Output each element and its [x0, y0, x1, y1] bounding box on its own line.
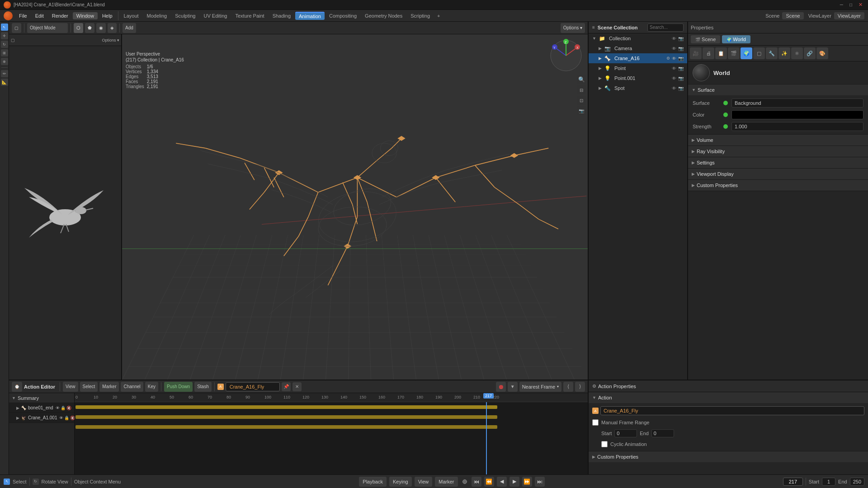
point-vis-icon[interactable]: 👁	[672, 66, 676, 71]
next-frame-btn[interactable]: ⏩	[522, 477, 532, 487]
summary-track[interactable]: ▼ Summary	[9, 393, 74, 403]
outliner-item-collection[interactable]: ▼ 📁 Collection 👁 📷	[589, 33, 687, 43]
render-props-btn[interactable]: 🎥	[690, 47, 702, 59]
keying-btn[interactable]: Keying	[389, 477, 412, 487]
prev-frame-btn[interactable]: ⏪	[484, 477, 494, 487]
crane-render-icon[interactable]: 📷	[678, 56, 684, 61]
add-workspace-btn[interactable]: +	[434, 12, 443, 19]
bone-track[interactable]: ▶ 🦴 bone01_end 👁 🔒 🔇	[9, 403, 74, 413]
record-btn[interactable]: ⏺	[496, 382, 506, 392]
menu-render[interactable]: Render	[48, 12, 72, 19]
outliner-type-icon[interactable]: ≡	[592, 25, 595, 30]
track-lock-icon[interactable]: 🔒	[61, 406, 66, 410]
view-btn[interactable]: View	[415, 477, 433, 487]
marker-menu[interactable]: Marker	[99, 382, 119, 392]
compositing-label[interactable]: Compositing	[326, 12, 360, 19]
nav-gizmo[interactable]: X Y Z	[549, 39, 583, 73]
material-props-btn[interactable]: 🎨	[816, 47, 828, 59]
action-name-display[interactable]: Crane_A16_Fly	[600, 406, 864, 415]
add-btn[interactable]: Add	[123, 23, 136, 33]
zoom-border-btn[interactable]: ⊡	[577, 96, 586, 105]
crane-visible-icon[interactable]: 👁	[59, 416, 63, 420]
goto-end-btn[interactable]: ⏭	[535, 477, 545, 487]
view-menu[interactable]: View	[63, 382, 78, 392]
key-menu[interactable]: Key	[145, 382, 158, 392]
modeling-label[interactable]: Modeling	[143, 12, 171, 19]
outliner-item-point[interactable]: ▶ 💡 Point 👁 📷	[589, 63, 687, 73]
particles-props-btn[interactable]: ✨	[778, 47, 790, 59]
view-layer-props-btn[interactable]: 📋	[715, 47, 727, 59]
editor-type-action[interactable]: ⌚	[12, 382, 22, 392]
world-props-btn[interactable]: 🌍	[741, 47, 752, 59]
view-solid[interactable]: ⬟	[85, 23, 94, 33]
crane-mute-icon[interactable]: 🔇	[70, 416, 75, 420]
layout-label[interactable]: Layout	[120, 12, 142, 19]
end-value[interactable]: 0	[651, 429, 674, 437]
zoom-in-btn[interactable]: 🔍	[577, 75, 586, 84]
scene-tab[interactable]: 🎬 Scene	[691, 35, 720, 43]
action-close-btn[interactable]: ✕	[292, 382, 302, 391]
uv-editing-label[interactable]: UV Editing	[200, 12, 231, 19]
outliner-item-spot[interactable]: ▶ 🔦 Spot 👁 📷	[589, 83, 687, 93]
modifier-props-btn[interactable]: 🔧	[766, 47, 778, 59]
outliner-search-input[interactable]	[647, 23, 684, 32]
sidebar-annotate-tool[interactable]: ✏	[1, 70, 8, 77]
action-cp-header[interactable]: ▶ Custom Properties	[589, 451, 868, 462]
mode-dropdown[interactable]: Object Mode	[27, 23, 68, 33]
camera-render-icon[interactable]: 📷	[678, 46, 684, 51]
object-props-btn[interactable]: ▢	[753, 47, 765, 59]
menu-help[interactable]: Help	[99, 12, 116, 19]
action-section-header[interactable]: ▼ Action	[589, 392, 868, 403]
minimize-btn[interactable]: ─	[838, 2, 845, 7]
snap-dropdown[interactable]: Nearest Frame ▾	[519, 382, 561, 392]
main-viewport[interactable]: User Perspective (217) Collection | Cran…	[122, 34, 588, 380]
stash-btn[interactable]: Stash	[194, 382, 212, 392]
menu-file[interactable]: File	[15, 12, 31, 19]
filter-btn[interactable]: ▼	[508, 382, 518, 392]
sidebar-measure-tool[interactable]: 📐	[1, 79, 8, 86]
sidebar-move-tool[interactable]: ✛	[1, 32, 8, 39]
sidebar-rotate-tool[interactable]: ↻	[1, 41, 8, 48]
menu-window[interactable]: Window	[73, 12, 98, 19]
goto-start-btn[interactable]: ⏮	[472, 477, 481, 487]
constraints-props-btn[interactable]: 🔗	[804, 47, 816, 59]
outliner-item-camera[interactable]: ▶ 📷 Camera 👁 📷	[589, 43, 687, 53]
surface-type-value[interactable]: Background	[731, 99, 863, 108]
channel-menu[interactable]: Channel	[121, 382, 143, 392]
color-swatch[interactable]	[731, 110, 863, 119]
next-marker-btn[interactable]: ⟩	[575, 382, 585, 392]
world-custom-props-header[interactable]: ▶ Custom Properties	[688, 180, 868, 191]
animation-tab[interactable]: Animation	[295, 12, 325, 20]
camera-btn[interactable]: 📷	[577, 106, 586, 115]
outliner-item-point001[interactable]: ▶ 💡 Point.001 👁 📷	[589, 73, 687, 83]
preview-options[interactable]: Options ▾	[102, 38, 119, 42]
scripting-label[interactable]: Scripting	[407, 12, 434, 19]
track-visible-icon[interactable]: 👁	[56, 406, 60, 410]
viewport-display-header[interactable]: ▶ Viewport Display	[688, 169, 868, 179]
point001-render-icon[interactable]: 📷	[678, 76, 684, 81]
collection-vis-icon[interactable]: 👁	[672, 36, 676, 41]
camera-vis-icon[interactable]: 👁	[672, 46, 676, 51]
settings-header[interactable]: ▶ Settings	[688, 157, 868, 168]
options-btn[interactable]: Options ▾	[561, 23, 585, 33]
end-frame-value[interactable]: 250	[850, 478, 864, 486]
cyclic-checkbox[interactable]	[601, 441, 608, 447]
manual-frame-range-checkbox[interactable]	[592, 419, 599, 426]
shading-label[interactable]: Shading	[269, 12, 294, 19]
strength-value[interactable]: 1.000	[731, 122, 863, 131]
point-render-icon[interactable]: 📷	[678, 66, 684, 71]
play-btn[interactable]: ▶	[509, 477, 519, 487]
track-mute-icon[interactable]: 🔇	[66, 406, 71, 410]
marker-btn[interactable]: Marker	[435, 477, 458, 487]
output-props-btn[interactable]: 🖨	[703, 47, 714, 59]
maximize-btn[interactable]: □	[848, 2, 854, 7]
zoom-out-btn[interactable]: ⊟	[577, 85, 586, 94]
menu-edit[interactable]: Edit	[32, 12, 47, 19]
point001-vis-icon[interactable]: 👁	[672, 76, 676, 81]
current-frame-display[interactable]: 217	[783, 478, 803, 486]
view-render[interactable]: ◈	[108, 23, 117, 33]
view-layer-selector[interactable]: ViewLayer	[834, 12, 864, 19]
outliner-item-crane[interactable]: ▶ 🦴 Crane_A16 ⚙ 👁 📷	[589, 53, 687, 63]
view-wireframe[interactable]: ⬡	[74, 23, 83, 33]
select-menu[interactable]: Select	[80, 382, 98, 392]
